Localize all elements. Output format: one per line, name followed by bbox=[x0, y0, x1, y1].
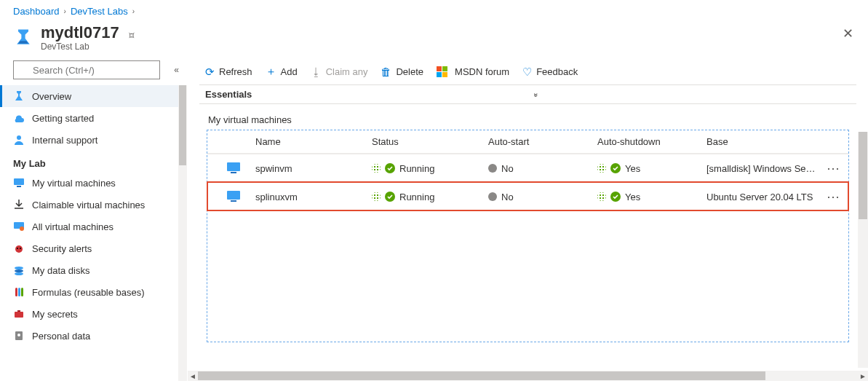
claim-any-button: ⭳ Claim any bbox=[311, 66, 368, 78]
svg-point-10 bbox=[15, 272, 23, 275]
breadcrumb-link[interactable]: Dashboard bbox=[13, 6, 60, 17]
col-status: Status bbox=[372, 136, 488, 147]
chevron-down-icon: » bbox=[533, 93, 541, 96]
svg-point-4 bbox=[20, 227, 24, 231]
ladybug-icon bbox=[13, 243, 25, 254]
vm-autostart: No bbox=[488, 163, 597, 174]
sidebar-item-personal-data[interactable]: Personal data bbox=[0, 325, 187, 347]
svg-rect-22 bbox=[227, 191, 240, 200]
page-header: mydtl0717 DevTest Lab ✧ ✕ bbox=[0, 20, 868, 60]
toolbar-label: Delete bbox=[396, 66, 423, 77]
chevron-right-icon: › bbox=[132, 7, 135, 15]
sidebar: 🔍︎ « OverviewGetting startedInternal sup… bbox=[0, 60, 188, 381]
sidebar-item-label: Claimable virtual machines bbox=[32, 200, 145, 210]
vm-status: Running bbox=[372, 163, 488, 174]
sidebar-item-overview[interactable]: Overview bbox=[0, 85, 187, 107]
vm-table: Name Status Auto-start Auto-shutdown Bas… bbox=[207, 130, 849, 342]
sidebar-item-label: My secrets bbox=[32, 309, 78, 320]
sidebar-item-formulas-reusable-bases-[interactable]: Formulas (reusable bases) bbox=[0, 281, 187, 303]
refresh-button[interactable]: ⟳ Refresh bbox=[205, 66, 252, 79]
briefcase-red-icon bbox=[13, 308, 25, 320]
sidebar-item-label: My data disks bbox=[32, 265, 89, 276]
svg-rect-14 bbox=[15, 312, 23, 318]
sidebar-item-my-secrets[interactable]: My secrets bbox=[0, 303, 187, 325]
horizontal-scrollbar[interactable]: ◄ ► bbox=[188, 371, 868, 381]
vm-base: Ubuntu Server 20.04 LTS bbox=[706, 192, 822, 202]
toolbar-label: MSDN forum bbox=[455, 66, 509, 77]
row-more-button[interactable]: ⋯ bbox=[822, 189, 844, 205]
person-headset-icon bbox=[13, 134, 25, 146]
sidebar-item-getting-started[interactable]: Getting started bbox=[0, 107, 187, 129]
svg-point-7 bbox=[20, 248, 21, 249]
toolbar-label: Feedback bbox=[536, 66, 578, 77]
sidebar-item-label: Internal support bbox=[32, 135, 97, 146]
scroll-right-icon[interactable]: ► bbox=[858, 371, 868, 381]
svg-rect-1 bbox=[14, 178, 24, 185]
table-row[interactable]: splinuxvmRunningNoYesUbuntu Server 20.04… bbox=[207, 182, 848, 210]
svg-point-17 bbox=[17, 334, 20, 336]
vm-name: spwinvm bbox=[255, 163, 372, 174]
row-more-button[interactable]: ⋯ bbox=[822, 160, 844, 176]
refresh-icon: ⟳ bbox=[205, 66, 215, 79]
msdn-forum-button[interactable]: MSDN forum bbox=[437, 66, 509, 77]
sidebar-item-label: My virtual machines bbox=[32, 178, 116, 189]
close-icon[interactable]: ✕ bbox=[843, 25, 853, 42]
svg-rect-18 bbox=[227, 162, 240, 171]
sidebar-scrollbar[interactable] bbox=[178, 85, 187, 381]
vm-table-header: Name Status Auto-start Auto-shutdown Bas… bbox=[207, 130, 848, 154]
sidebar-item-label: Overview bbox=[32, 91, 71, 102]
svg-point-0 bbox=[17, 135, 21, 140]
svg-rect-12 bbox=[18, 288, 20, 296]
delete-icon: 🗑 bbox=[381, 66, 391, 78]
essentials-toggle[interactable]: Essentials » bbox=[199, 84, 856, 104]
col-autostart: Auto-start bbox=[488, 136, 597, 147]
page-title: mydtl0717 bbox=[41, 24, 119, 42]
svg-rect-11 bbox=[15, 288, 17, 296]
vm-icon bbox=[212, 160, 255, 176]
toolbar-label: Claim any bbox=[326, 66, 368, 77]
table-row[interactable]: spwinvmRunningNoYes[smalldisk] Windows S… bbox=[207, 154, 848, 182]
chevron-right-icon: › bbox=[64, 7, 66, 15]
vm-autoshutdown: Yes bbox=[597, 163, 706, 174]
svg-point-9 bbox=[15, 269, 23, 272]
svg-point-6 bbox=[17, 248, 18, 249]
sidebar-item-label: Security alerts bbox=[32, 243, 92, 254]
delete-button[interactable]: 🗑 Delete bbox=[381, 66, 423, 78]
test-tubes-icon bbox=[13, 286, 25, 298]
scroll-left-icon[interactable]: ◄ bbox=[188, 371, 198, 381]
sidebar-item-internal-support[interactable]: Internal support bbox=[0, 129, 187, 151]
feedback-button[interactable]: ♡ Feedback bbox=[522, 66, 578, 79]
toolbar-label: Refresh bbox=[219, 66, 252, 77]
content-scrollbar[interactable] bbox=[858, 132, 868, 368]
vm-all-icon bbox=[13, 221, 25, 232]
pin-icon[interactable]: ✧ bbox=[123, 27, 140, 44]
breadcrumb-link[interactable]: DevTest Labs bbox=[71, 6, 128, 17]
sidebar-section-mylab: My Lab bbox=[0, 151, 187, 172]
sidebar-item-my-virtual-machines[interactable]: My virtual machines bbox=[0, 172, 187, 194]
download-icon: ⭳ bbox=[311, 66, 322, 78]
sidebar-item-claimable-virtual-machines[interactable]: Claimable virtual machines bbox=[0, 194, 187, 216]
svg-rect-2 bbox=[17, 186, 21, 187]
menu-search-input[interactable] bbox=[13, 60, 160, 79]
sidebar-item-my-data-disks[interactable]: My data disks bbox=[0, 259, 187, 281]
sidebar-item-label: All virtual machines bbox=[32, 221, 114, 232]
sidebar-item-label: Personal data bbox=[32, 331, 90, 342]
col-name: Name bbox=[255, 136, 372, 147]
vm-autoshutdown: Yes bbox=[597, 192, 706, 202]
svg-rect-13 bbox=[21, 288, 23, 296]
vm-name: splinuxvm bbox=[255, 192, 372, 202]
sidebar-item-all-virtual-machines[interactable]: All virtual machines bbox=[0, 216, 187, 237]
collapse-sidebar-icon[interactable]: « bbox=[174, 65, 177, 75]
vm-icon bbox=[13, 177, 25, 189]
sidebar-item-security-alerts[interactable]: Security alerts bbox=[0, 237, 187, 259]
toolbar-label: Add bbox=[281, 66, 298, 77]
col-autoshutdown: Auto-shutdown bbox=[597, 136, 706, 147]
resource-type-label: DevTest Lab bbox=[41, 42, 119, 52]
sidebar-item-label: Formulas (reusable bases) bbox=[32, 287, 145, 298]
add-button[interactable]: ＋ Add bbox=[266, 65, 298, 79]
devtest-lab-icon bbox=[13, 27, 33, 47]
vm-icon bbox=[212, 189, 255, 205]
phonebook-icon bbox=[13, 330, 25, 342]
svg-rect-15 bbox=[17, 310, 20, 312]
vm-status: Running bbox=[372, 192, 488, 202]
